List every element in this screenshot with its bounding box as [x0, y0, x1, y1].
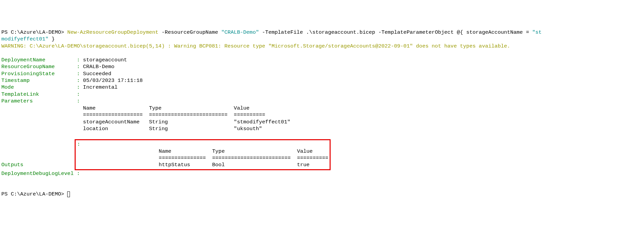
prompt-line-1: PS C:\Azure\LA-DEMO> New-AzResourceGroup…: [1, 29, 542, 42]
terminal-output: PS C:\Azure\LA-DEMO> New-AzResourceGroup…: [1, 29, 643, 198]
out-header-value: Value: [297, 148, 313, 154]
out-rule-value: ==========: [297, 155, 328, 161]
prop-provstate-label: ProvisioningState :: [1, 71, 80, 77]
out-header-type: Type: [212, 148, 225, 154]
out-rule-type: =========================: [212, 155, 291, 161]
prop-deploymentname-label: DeploymentName :: [1, 57, 80, 63]
param-header-type: Type: [149, 105, 161, 111]
val-rg: "CRALB-Demo": [221, 29, 259, 35]
prompt-path-2[interactable]: PS C:\Azure\LA-DEMO>: [1, 191, 67, 197]
prop-mode-value: Incremental: [83, 84, 118, 90]
prop-parameters-label: Parameters :: [1, 98, 80, 104]
param-row1-type: String: [149, 126, 168, 132]
prompt-path: PS C:\Azure\LA-DEMO>: [1, 29, 67, 35]
val-sa-part1: "st: [532, 29, 542, 35]
prop-deploymentname-value: storageaccount: [83, 57, 127, 63]
closing-brace: }: [49, 36, 55, 42]
outputs-highlight-box: : Name Type Value =============== ======…: [75, 139, 331, 170]
out-row0-value: true: [297, 162, 309, 168]
param-header-name: Name: [83, 105, 96, 111]
val-sa-part2: modifyeffect01": [1, 36, 49, 42]
param-row0-type: String: [149, 119, 168, 125]
arg-rg: -ResourceGroupName: [158, 29, 221, 35]
cursor[interactable]: [67, 191, 70, 197]
prop-mode-label: Mode :: [1, 84, 80, 90]
out-rule-name: ===============: [159, 155, 206, 161]
prop-outputs-label: Outputs: [1, 162, 77, 168]
out-row0-name: httpStatus: [159, 162, 190, 168]
param-row1-name: location: [83, 126, 108, 132]
prop-timestamp-value: 05/03/2023 17:11:18: [83, 78, 143, 84]
arg-templatefile: -TemplateFile .\storageaccount.bicep -Te…: [259, 29, 532, 35]
prop-debuglog-label: DeploymentDebugLogLevel :: [1, 171, 80, 177]
cmdlet-name: New-AzResourceGroupDeployment: [67, 29, 158, 35]
param-rule-value: ==========: [234, 112, 265, 118]
out-row0-type: Bool: [212, 162, 225, 168]
param-row0-value: "stmodifyeffect01": [234, 119, 290, 125]
out-header-name: Name: [159, 148, 171, 154]
prop-provstate-value: Succeeded: [83, 71, 111, 77]
param-rule-name: ===================: [83, 112, 143, 118]
prop-templatelink-label: TemplateLink :: [1, 91, 80, 97]
param-rule-type: =========================: [149, 112, 228, 118]
param-header-value: Value: [234, 105, 250, 111]
warning-line: WARNING: C:\Azure\LA-DEMO\storageaccount…: [1, 43, 510, 49]
param-row0-name: storageAccountName: [83, 119, 139, 125]
prop-rg-value: CRALB-Demo: [83, 64, 114, 70]
param-row1-value: "uksouth": [234, 126, 262, 132]
prop-timestamp-label: Timestamp :: [1, 78, 80, 84]
prop-rg-label: ResourceGroupName :: [1, 64, 80, 70]
